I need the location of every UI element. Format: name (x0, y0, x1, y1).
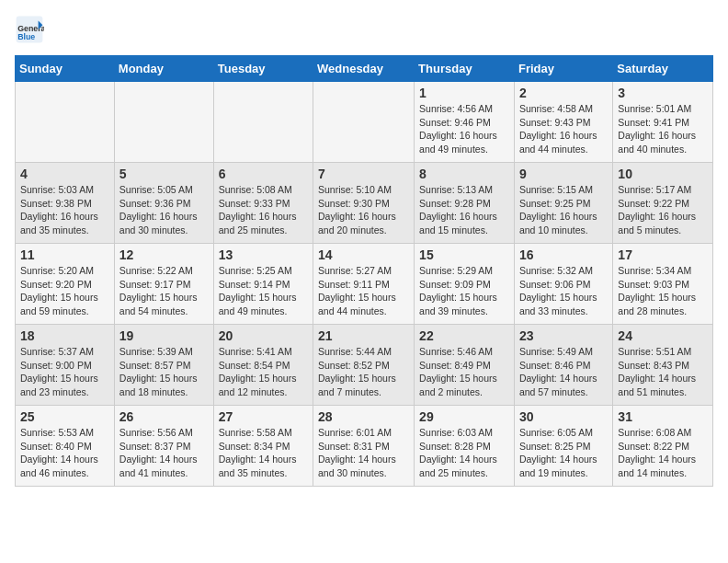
logo: General Blue (15, 15, 46, 44)
calendar-header: SundayMondayTuesdayWednesdayThursdayFrid… (16, 56, 713, 82)
day-number: 30 (519, 409, 608, 424)
day-info: Sunrise: 5:56 AM Sunset: 8:37 PM Dayligh… (119, 426, 209, 480)
weekday-header-saturday: Saturday (613, 56, 713, 82)
calendar-cell: 31Sunrise: 6:08 AM Sunset: 8:22 PM Dayli… (613, 406, 713, 487)
day-info: Sunrise: 6:03 AM Sunset: 8:28 PM Dayligh… (419, 426, 509, 480)
day-number: 9 (519, 167, 608, 181)
weekday-header-sunday: Sunday (16, 56, 115, 82)
calendar-cell: 9Sunrise: 5:15 AM Sunset: 9:25 PM Daylig… (514, 163, 612, 244)
day-info: Sunrise: 5:10 AM Sunset: 9:30 PM Dayligh… (318, 183, 409, 237)
week-row-2: 4Sunrise: 5:03 AM Sunset: 9:38 PM Daylig… (16, 163, 713, 244)
calendar-cell (16, 82, 115, 163)
day-info: Sunrise: 4:56 AM Sunset: 9:46 PM Dayligh… (419, 102, 509, 156)
day-info: Sunrise: 5:08 AM Sunset: 9:33 PM Dayligh… (219, 183, 308, 237)
day-info: Sunrise: 5:13 AM Sunset: 9:28 PM Dayligh… (419, 183, 509, 237)
day-number: 15 (419, 247, 509, 262)
calendar-table: SundayMondayTuesdayWednesdayThursdayFrid… (15, 55, 713, 487)
day-number: 14 (318, 247, 409, 262)
day-info: Sunrise: 5:20 AM Sunset: 9:20 PM Dayligh… (20, 264, 109, 318)
calendar-cell (114, 82, 213, 163)
day-info: Sunrise: 5:41 AM Sunset: 8:54 PM Dayligh… (219, 345, 308, 399)
calendar-cell: 14Sunrise: 5:27 AM Sunset: 9:11 PM Dayli… (313, 244, 415, 325)
day-info: Sunrise: 5:01 AM Sunset: 9:41 PM Dayligh… (618, 102, 708, 156)
day-number: 23 (519, 328, 608, 343)
day-number: 20 (219, 328, 308, 343)
calendar-cell: 18Sunrise: 5:37 AM Sunset: 9:00 PM Dayli… (16, 325, 115, 406)
calendar-cell: 30Sunrise: 6:05 AM Sunset: 8:25 PM Dayli… (514, 406, 612, 487)
day-number: 25 (20, 409, 109, 424)
day-number: 19 (119, 328, 209, 343)
weekday-header-wednesday: Wednesday (313, 56, 415, 82)
day-info: Sunrise: 6:05 AM Sunset: 8:25 PM Dayligh… (519, 426, 608, 480)
day-info: Sunrise: 5:44 AM Sunset: 8:52 PM Dayligh… (318, 345, 409, 399)
day-info: Sunrise: 4:58 AM Sunset: 9:43 PM Dayligh… (519, 102, 608, 156)
day-number: 7 (318, 167, 409, 181)
calendar-cell: 16Sunrise: 5:32 AM Sunset: 9:06 PM Dayli… (514, 244, 612, 325)
week-row-3: 11Sunrise: 5:20 AM Sunset: 9:20 PM Dayli… (16, 244, 713, 325)
day-number: 22 (419, 328, 509, 343)
day-info: Sunrise: 5:37 AM Sunset: 9:00 PM Dayligh… (20, 345, 109, 399)
weekday-header-thursday: Thursday (415, 56, 515, 82)
calendar-cell: 22Sunrise: 5:46 AM Sunset: 8:49 PM Dayli… (415, 325, 515, 406)
day-number: 2 (519, 86, 608, 100)
day-info: Sunrise: 6:01 AM Sunset: 8:31 PM Dayligh… (318, 426, 409, 480)
calendar-cell: 28Sunrise: 6:01 AM Sunset: 8:31 PM Dayli… (313, 406, 415, 487)
day-info: Sunrise: 5:22 AM Sunset: 9:17 PM Dayligh… (119, 264, 209, 318)
day-info: Sunrise: 5:25 AM Sunset: 9:14 PM Dayligh… (219, 264, 308, 318)
calendar-cell: 20Sunrise: 5:41 AM Sunset: 8:54 PM Dayli… (213, 325, 313, 406)
day-number: 5 (119, 167, 209, 181)
calendar-body: 1Sunrise: 4:56 AM Sunset: 9:46 PM Daylig… (16, 82, 713, 487)
calendar-cell: 10Sunrise: 5:17 AM Sunset: 9:22 PM Dayli… (613, 163, 713, 244)
day-number: 26 (119, 409, 209, 424)
calendar-cell: 17Sunrise: 5:34 AM Sunset: 9:03 PM Dayli… (613, 244, 713, 325)
weekday-header-tuesday: Tuesday (213, 56, 313, 82)
day-info: Sunrise: 5:32 AM Sunset: 9:06 PM Dayligh… (519, 264, 608, 318)
day-info: Sunrise: 5:53 AM Sunset: 8:40 PM Dayligh… (20, 426, 109, 480)
calendar-cell: 5Sunrise: 5:05 AM Sunset: 9:36 PM Daylig… (114, 163, 213, 244)
calendar-cell: 11Sunrise: 5:20 AM Sunset: 9:20 PM Dayli… (16, 244, 115, 325)
day-info: Sunrise: 5:27 AM Sunset: 9:11 PM Dayligh… (318, 264, 409, 318)
calendar-cell: 21Sunrise: 5:44 AM Sunset: 8:52 PM Dayli… (313, 325, 415, 406)
weekday-header-monday: Monday (114, 56, 213, 82)
day-info: Sunrise: 5:49 AM Sunset: 8:46 PM Dayligh… (519, 345, 608, 399)
day-info: Sunrise: 5:15 AM Sunset: 9:25 PM Dayligh… (519, 183, 608, 237)
day-number: 1 (419, 86, 509, 100)
day-number: 31 (618, 409, 708, 424)
day-number: 16 (519, 247, 608, 262)
day-info: Sunrise: 6:08 AM Sunset: 8:22 PM Dayligh… (618, 426, 708, 480)
day-number: 13 (219, 247, 308, 262)
day-info: Sunrise: 5:29 AM Sunset: 9:09 PM Dayligh… (419, 264, 509, 318)
calendar-cell: 25Sunrise: 5:53 AM Sunset: 8:40 PM Dayli… (16, 406, 115, 487)
day-info: Sunrise: 5:58 AM Sunset: 8:34 PM Dayligh… (219, 426, 308, 480)
calendar-cell: 27Sunrise: 5:58 AM Sunset: 8:34 PM Dayli… (213, 406, 313, 487)
day-info: Sunrise: 5:51 AM Sunset: 8:43 PM Dayligh… (618, 345, 708, 399)
calendar-cell: 19Sunrise: 5:39 AM Sunset: 8:57 PM Dayli… (114, 325, 213, 406)
calendar-cell: 15Sunrise: 5:29 AM Sunset: 9:09 PM Dayli… (415, 244, 515, 325)
day-info: Sunrise: 5:17 AM Sunset: 9:22 PM Dayligh… (618, 183, 708, 237)
day-info: Sunrise: 5:34 AM Sunset: 9:03 PM Dayligh… (618, 264, 708, 318)
week-row-1: 1Sunrise: 4:56 AM Sunset: 9:46 PM Daylig… (16, 82, 713, 163)
day-number: 17 (618, 247, 708, 262)
day-number: 6 (219, 167, 308, 181)
day-number: 10 (618, 167, 708, 181)
svg-text:Blue: Blue (17, 32, 35, 41)
weekday-header-friday: Friday (514, 56, 612, 82)
day-number: 4 (20, 167, 109, 181)
day-number: 12 (119, 247, 209, 262)
logo-icon: General Blue (15, 15, 44, 44)
day-number: 28 (318, 409, 409, 424)
day-info: Sunrise: 5:05 AM Sunset: 9:36 PM Dayligh… (119, 183, 209, 237)
calendar-cell: 29Sunrise: 6:03 AM Sunset: 8:28 PM Dayli… (415, 406, 515, 487)
day-number: 29 (419, 409, 509, 424)
calendar-cell: 26Sunrise: 5:56 AM Sunset: 8:37 PM Dayli… (114, 406, 213, 487)
day-number: 21 (318, 328, 409, 343)
calendar-cell: 1Sunrise: 4:56 AM Sunset: 9:46 PM Daylig… (415, 82, 515, 163)
weekday-row: SundayMondayTuesdayWednesdayThursdayFrid… (16, 56, 713, 82)
day-info: Sunrise: 5:03 AM Sunset: 9:38 PM Dayligh… (20, 183, 109, 237)
calendar-cell: 24Sunrise: 5:51 AM Sunset: 8:43 PM Dayli… (613, 325, 713, 406)
calendar-cell: 7Sunrise: 5:10 AM Sunset: 9:30 PM Daylig… (313, 163, 415, 244)
day-number: 8 (419, 167, 509, 181)
day-number: 18 (20, 328, 109, 343)
calendar-cell: 3Sunrise: 5:01 AM Sunset: 9:41 PM Daylig… (613, 82, 713, 163)
day-number: 11 (20, 247, 109, 262)
